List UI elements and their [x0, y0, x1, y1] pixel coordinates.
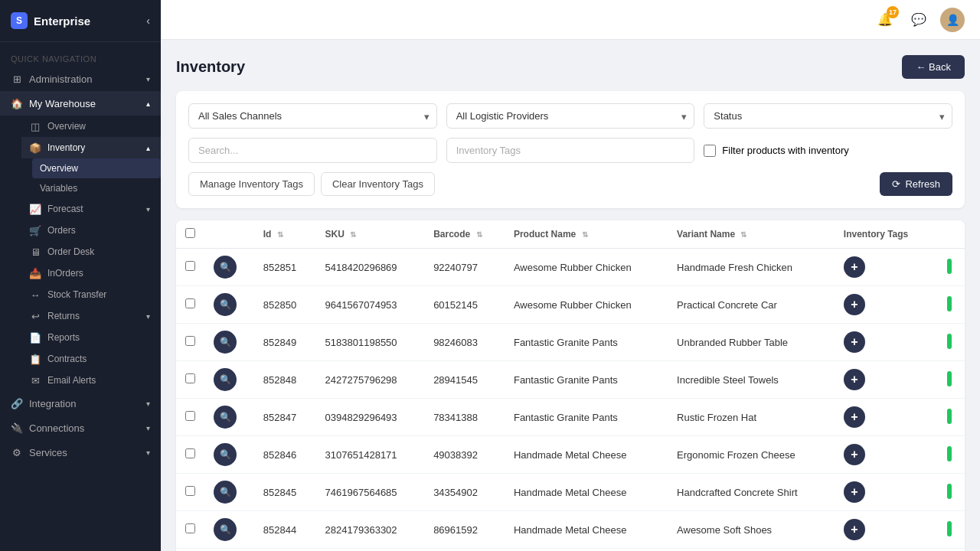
row-indicator-6: [947, 484, 952, 499]
filter-inventory-checkbox[interactable]: [704, 145, 716, 157]
sidebar-item-email-alerts[interactable]: ✉ Email Alerts: [21, 370, 161, 391]
stock-transfer-icon: ↔: [29, 289, 41, 301]
add-tag-button-7[interactable]: +: [844, 519, 865, 540]
col-product-name[interactable]: Product Name ⇅: [505, 220, 668, 249]
chevron-icon-connections: ▾: [146, 424, 150, 432]
row-checkbox-7[interactable]: [185, 523, 195, 533]
row-search-button-4[interactable]: 🔍: [214, 406, 237, 429]
sidebar-item-orders[interactable]: 🛒 Orders: [21, 220, 161, 241]
search-icon-0: 🔍: [220, 262, 231, 272]
row-search-button-0[interactable]: 🔍: [214, 256, 237, 279]
col-sku[interactable]: SKU ⇅: [316, 220, 425, 249]
search-wrap: [188, 138, 437, 163]
row-product-name-0: Awesome Rubber Chicken: [505, 249, 668, 286]
page-title: Inventory: [176, 58, 245, 76]
row-search-button-2[interactable]: 🔍: [214, 331, 237, 354]
refresh-button[interactable]: ⟳ Refresh: [880, 172, 952, 196]
sidebar-item-overview[interactable]: ◫ Overview: [21, 116, 161, 137]
row-product-name-4: Fantastic Granite Pants: [505, 399, 668, 436]
row-checkbox-6[interactable]: [185, 486, 195, 496]
sidebar-label-orders: Orders: [47, 225, 76, 236]
row-checkbox-0[interactable]: [185, 261, 195, 271]
row-search-button-1[interactable]: 🔍: [214, 293, 237, 316]
sidebar-item-order-desk[interactable]: 🖥 Order Desk: [21, 241, 161, 262]
table-row: 🔍 852851 5418420296869 92240797 Awesome …: [176, 249, 965, 286]
back-button[interactable]: ← Back: [902, 55, 965, 79]
row-indicator-cell-3: [934, 361, 965, 399]
row-id-8: 852843: [254, 549, 316, 552]
sidebar-item-integration[interactable]: 🔗 Integration ▾: [0, 391, 161, 416]
chat-icon: 💬: [911, 12, 926, 27]
row-search-cell: 🔍: [204, 399, 254, 436]
inventory-tags-input[interactable]: [446, 138, 695, 163]
row-product-name-6: Handmade Metal Cheese: [505, 474, 668, 511]
sidebar-item-returns[interactable]: ↩ Returns ▾: [21, 305, 161, 327]
sales-channels-select[interactable]: All Sales Channels: [188, 103, 437, 129]
sidebar-item-inv-variables[interactable]: Variables: [32, 178, 161, 198]
sidebar-item-administration[interactable]: ⊞ Administration ▾: [0, 67, 161, 91]
inventory-submenu: Overview Variables: [21, 158, 161, 198]
avatar[interactable]: 👤: [940, 8, 965, 32]
status-select[interactable]: Status: [704, 103, 952, 129]
sidebar-label-administration: Administration: [29, 73, 92, 85]
add-tag-button-0[interactable]: +: [844, 256, 865, 278]
notifications-button[interactable]: 🔔 17: [873, 8, 897, 32]
row-checkbox-3[interactable]: [185, 373, 195, 383]
sidebar-item-inventory[interactable]: 📦 Inventory ▴: [21, 137, 161, 158]
row-checkbox-5[interactable]: [185, 448, 195, 458]
row-checkbox-2[interactable]: [185, 336, 195, 346]
row-variant-name-4: Rustic Frozen Hat: [668, 399, 835, 436]
row-search-cell: 🔍: [204, 436, 254, 474]
row-search-button-5[interactable]: 🔍: [214, 443, 237, 466]
select-all-checkbox[interactable]: [185, 228, 195, 238]
search-input[interactable]: [188, 138, 437, 163]
row-sku-6: 7461967564685: [316, 474, 425, 511]
row-variant-name-0: Handmade Fresh Chicken: [668, 249, 835, 286]
row-sku-0: 5418420296869: [316, 249, 425, 286]
sidebar-item-inv-overview[interactable]: Overview: [32, 158, 161, 178]
row-id-6: 852845: [254, 474, 316, 511]
reports-icon: 📄: [29, 331, 41, 344]
sidebar-item-my-warehouse[interactable]: 🏠 My Warehouse ▴: [0, 91, 161, 116]
row-tags-cell-6: +: [835, 474, 934, 511]
row-variant-name-3: Incredible Steel Towels: [668, 361, 835, 399]
sidebar-item-stock-transfer[interactable]: ↔ Stock Transfer: [21, 284, 161, 305]
col-barcode[interactable]: Barcode ⇅: [424, 220, 505, 249]
sidebar-label-email-alerts: Email Alerts: [47, 375, 96, 386]
col-id[interactable]: Id ⇅: [254, 220, 316, 249]
row-sku-7: 2824179363302: [316, 511, 425, 549]
add-tag-button-3[interactable]: +: [844, 369, 865, 390]
sidebar-toggle[interactable]: ‹: [146, 15, 150, 27]
search-icon-5: 🔍: [220, 449, 231, 460]
add-tag-button-2[interactable]: +: [844, 331, 865, 353]
connections-icon: 🔌: [11, 422, 23, 434]
clear-tags-button[interactable]: Clear Inventory Tags: [321, 172, 435, 196]
row-checkbox-1[interactable]: [185, 298, 195, 308]
sidebar-item-forecast[interactable]: 📈 Forecast ▾: [21, 198, 161, 220]
add-tag-button-5[interactable]: +: [844, 444, 865, 465]
sidebar-item-connections[interactable]: 🔌 Connections ▾: [0, 416, 161, 440]
row-indicator-cell-0: [934, 249, 965, 286]
inventory-table: Id ⇅ SKU ⇅ Barcode ⇅ Product Name ⇅ Vari…: [176, 220, 965, 551]
col-variant-name[interactable]: Variant Name ⇅: [668, 220, 835, 249]
sidebar-item-reports[interactable]: 📄 Reports: [21, 327, 161, 348]
contracts-icon: 📋: [29, 353, 41, 365]
tags-wrap: [446, 138, 695, 163]
manage-tags-button[interactable]: Manage Inventory Tags: [188, 172, 315, 196]
chevron-icon-returns: ▾: [146, 312, 150, 321]
add-tag-button-4[interactable]: +: [844, 406, 865, 428]
row-search-button-6[interactable]: 🔍: [214, 481, 237, 504]
row-search-button-3[interactable]: 🔍: [214, 368, 237, 391]
sidebar-item-inorders[interactable]: 📥 InOrders: [21, 262, 161, 284]
row-product-name-7: Handmade Metal Cheese: [505, 511, 668, 549]
logistic-providers-select[interactable]: All Logistic Providers: [446, 103, 695, 129]
add-tag-button-1[interactable]: +: [844, 294, 865, 315]
sidebar-item-contracts[interactable]: 📋 Contracts: [21, 348, 161, 370]
sidebar-item-services[interactable]: ⚙ Services ▾: [0, 440, 161, 465]
messages-button[interactable]: 💬: [906, 8, 931, 32]
sidebar-label-inv-overview: Overview: [40, 163, 78, 174]
row-checkbox-4[interactable]: [185, 411, 195, 421]
row-barcode-8: 50419258: [424, 549, 505, 552]
add-tag-button-6[interactable]: +: [844, 481, 865, 503]
row-search-button-7[interactable]: 🔍: [214, 518, 237, 541]
